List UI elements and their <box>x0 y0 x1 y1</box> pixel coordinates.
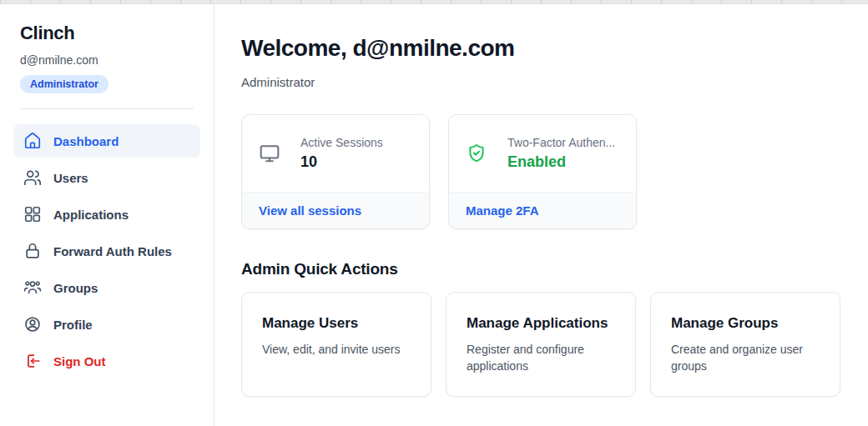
manage-groups-card[interactable]: Manage Groups Create and organize user g… <box>650 292 840 397</box>
manage-applications-card[interactable]: Manage Applications Register and configu… <box>446 292 636 397</box>
sidebar-item-label: Sign Out <box>53 354 106 368</box>
active-sessions-card-body: Active Sessions 10 <box>242 115 429 192</box>
lock-icon <box>23 242 42 260</box>
quick-action-description: View, edit, and invite users <box>262 341 411 358</box>
quick-actions-row: Manage Users View, edit, and invite user… <box>241 292 841 397</box>
groups-icon <box>23 278 42 297</box>
stat-card-row: Active Sessions 10 View all sessions <box>241 114 841 229</box>
user-email: d@nmilne.com <box>20 53 194 67</box>
sidebar-item-profile[interactable]: Profile <box>13 308 200 341</box>
manage-users-card[interactable]: Manage Users View, edit, and invite user… <box>241 292 431 397</box>
two-factor-card: Two-Factor Authen... Enabled Manage 2FA <box>448 114 637 229</box>
two-factor-card-footer: Manage 2FA <box>449 192 636 228</box>
view-all-sessions-link[interactable]: View all sessions <box>259 203 361 218</box>
sidebar-item-label: Groups <box>53 281 98 295</box>
sidebar: Clinch d@nmilne.com Administrator Dashbo… <box>0 0 214 426</box>
sidebar-item-label: Profile <box>53 318 93 332</box>
sidebar-header: Clinch d@nmilne.com Administrator <box>0 23 214 93</box>
monitor-icon <box>259 143 280 164</box>
stat-label: Active Sessions <box>300 136 383 149</box>
welcome-heading: Welcome, d@nmilne.com <box>241 35 841 62</box>
profile-icon <box>23 315 42 333</box>
two-factor-card-body: Two-Factor Authen... Enabled <box>449 115 636 192</box>
sidebar-item-label: Users <box>53 171 88 185</box>
main-content: Welcome, d@nmilne.com Administrator Acti… <box>214 0 868 426</box>
sidebar-item-label: Forward Auth Rules <box>53 244 172 258</box>
home-icon <box>23 132 42 150</box>
quick-action-description: Create and organize user groups <box>671 341 820 375</box>
app-title: Clinch <box>20 23 194 44</box>
role-badge: Administrator <box>20 75 108 93</box>
two-factor-text: Two-Factor Authen... Enabled <box>507 136 615 171</box>
manage-2fa-link[interactable]: Manage 2FA <box>466 203 539 218</box>
sidebar-item-dashboard[interactable]: Dashboard <box>13 124 200 158</box>
sidebar-item-users[interactable]: Users <box>13 161 200 194</box>
sidebar-item-groups[interactable]: Groups <box>13 271 200 304</box>
sidebar-item-label: Dashboard <box>53 134 119 148</box>
sidebar-item-label: Applications <box>53 208 129 222</box>
role-subheading: Administrator <box>241 75 841 89</box>
stat-value: Enabled <box>507 153 615 171</box>
active-sessions-card-footer: View all sessions <box>242 192 429 228</box>
sidebar-item-applications[interactable]: Applications <box>13 198 200 231</box>
sign-out-icon <box>23 352 42 370</box>
quick-action-title: Manage Users <box>262 315 411 332</box>
quick-action-title: Manage Applications <box>467 315 615 332</box>
grid-icon <box>23 205 42 223</box>
users-icon <box>23 168 42 187</box>
quick-action-description: Register and configure applications <box>467 341 615 375</box>
stat-label: Two-Factor Authen... <box>507 136 615 149</box>
sidebar-item-sign-out[interactable]: Sign Out <box>13 344 200 378</box>
app-window: Clinch d@nmilne.com Administrator Dashbo… <box>0 0 868 426</box>
sidebar-item-forward-auth-rules[interactable]: Forward Auth Rules <box>13 234 200 268</box>
browser-edge-strip <box>0 0 868 4</box>
shield-check-icon <box>466 143 487 164</box>
stat-value: 10 <box>300 153 383 171</box>
quick-actions-heading: Admin Quick Actions <box>241 260 841 278</box>
active-sessions-card: Active Sessions 10 View all sessions <box>241 114 430 229</box>
quick-action-title: Manage Groups <box>671 315 820 332</box>
sidebar-nav: Dashboard Users <box>0 109 214 378</box>
active-sessions-text: Active Sessions 10 <box>300 136 383 171</box>
